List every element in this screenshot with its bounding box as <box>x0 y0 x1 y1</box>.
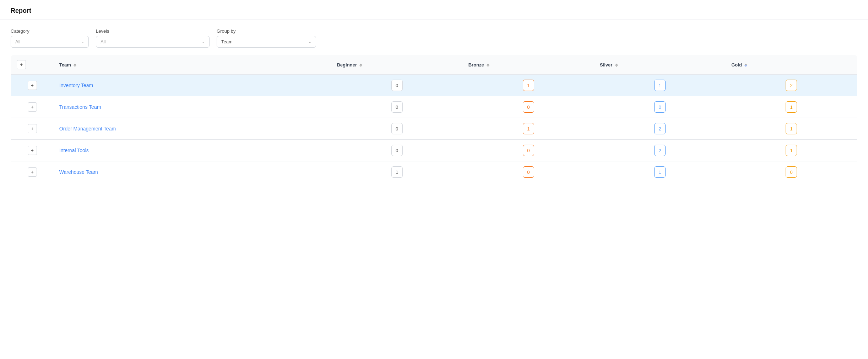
page-container: Report Category All ⌄ Levels All ⌄ Group… <box>0 0 868 359</box>
beginner-badge: 1 <box>391 166 403 178</box>
silver-sort-icon[interactable] <box>615 64 618 67</box>
expand-cell: + <box>11 118 54 140</box>
silver-cell: 0 <box>594 96 726 118</box>
page-title: Report <box>11 7 31 14</box>
th-beginner: Beginner <box>331 55 462 75</box>
expand-cell: + <box>11 96 54 118</box>
team-link[interactable]: Inventory Team <box>59 82 93 88</box>
th-gold: Gold <box>726 55 857 75</box>
header-expand-button[interactable]: + <box>17 60 26 69</box>
th-expand: + <box>11 55 54 75</box>
bronze-cell: 0 <box>463 140 594 161</box>
gold-badge: 2 <box>786 80 797 91</box>
beginner-badge: 0 <box>391 145 403 156</box>
page-header: Report <box>0 0 868 20</box>
table-row: +Order Management Team0121 <box>11 118 857 140</box>
bronze-sort-icon[interactable] <box>487 64 489 67</box>
team-link[interactable]: Order Management Team <box>59 126 116 132</box>
gold-badge: 1 <box>786 145 797 156</box>
silver-cell: 1 <box>594 161 726 183</box>
table-row: +Internal Tools0021 <box>11 140 857 161</box>
gold-cell: 0 <box>726 161 857 183</box>
gold-cell: 1 <box>726 96 857 118</box>
row-expand-button[interactable]: + <box>28 167 37 177</box>
category-value: All <box>15 39 20 44</box>
row-expand-button[interactable]: + <box>28 124 37 133</box>
gold-cell: 1 <box>726 118 857 140</box>
row-expand-button[interactable]: + <box>28 81 37 90</box>
beginner-cell: 0 <box>331 118 462 140</box>
gold-badge: 1 <box>786 101 797 113</box>
table-row: +Inventory Team0112 <box>11 75 857 96</box>
beginner-cell: 0 <box>331 96 462 118</box>
expand-cell: + <box>11 140 54 161</box>
table-row: +Warehouse Team1010 <box>11 161 857 183</box>
beginner-sort-icon[interactable] <box>359 64 362 67</box>
team-cell: Warehouse Team <box>54 161 331 183</box>
bronze-cell: 0 <box>463 161 594 183</box>
beginner-badge: 0 <box>391 101 403 113</box>
bronze-badge: 1 <box>523 80 534 91</box>
silver-cell: 1 <box>594 75 726 96</box>
filters-row: Category All ⌄ Levels All ⌄ Group by Tea… <box>0 20 868 55</box>
team-link[interactable]: Transactions Team <box>59 104 101 110</box>
gold-cell: 1 <box>726 140 857 161</box>
silver-cell: 2 <box>594 140 726 161</box>
table-row: +Transactions Team0001 <box>11 96 857 118</box>
bronze-badge: 0 <box>523 101 534 113</box>
bronze-badge: 0 <box>523 145 534 156</box>
group-by-label: Group by <box>217 28 316 34</box>
th-bronze: Bronze <box>463 55 594 75</box>
gold-badge: 1 <box>786 123 797 134</box>
silver-cell: 2 <box>594 118 726 140</box>
team-cell: Inventory Team <box>54 75 331 96</box>
gold-badge: 0 <box>786 166 797 178</box>
category-chevron-icon: ⌄ <box>81 39 84 44</box>
group-by-chevron-icon: ⌄ <box>308 39 311 44</box>
levels-chevron-icon: ⌄ <box>202 39 205 44</box>
group-by-filter-group: Group by Team ⌄ <box>217 28 316 48</box>
row-expand-button[interactable]: + <box>28 146 37 155</box>
bronze-cell: 0 <box>463 96 594 118</box>
table-body: +Inventory Team0112+Transactions Team000… <box>11 75 857 183</box>
table-header: + Team Beginner <box>11 55 857 75</box>
group-by-select[interactable]: Team ⌄ <box>217 36 316 48</box>
expand-cell: + <box>11 161 54 183</box>
row-expand-button[interactable]: + <box>28 102 37 112</box>
levels-label: Levels <box>96 28 210 34</box>
th-silver: Silver <box>594 55 726 75</box>
bronze-cell: 1 <box>463 118 594 140</box>
bronze-badge: 1 <box>523 123 534 134</box>
levels-filter-group: Levels All ⌄ <box>96 28 210 48</box>
silver-badge: 0 <box>654 101 666 113</box>
bronze-badge: 0 <box>523 166 534 178</box>
category-select[interactable]: All ⌄ <box>11 36 89 48</box>
gold-cell: 2 <box>726 75 857 96</box>
team-link[interactable]: Warehouse Team <box>59 169 98 175</box>
team-cell: Internal Tools <box>54 140 331 161</box>
th-team: Team <box>54 55 331 75</box>
team-cell: Transactions Team <box>54 96 331 118</box>
group-by-value: Team <box>221 39 233 44</box>
category-filter-group: Category All ⌄ <box>11 28 89 48</box>
team-sort-icon[interactable] <box>74 64 76 67</box>
beginner-cell: 0 <box>331 75 462 96</box>
team-cell: Order Management Team <box>54 118 331 140</box>
bronze-cell: 1 <box>463 75 594 96</box>
levels-select[interactable]: All ⌄ <box>96 36 210 48</box>
silver-badge: 2 <box>654 145 666 156</box>
silver-badge: 1 <box>654 166 666 178</box>
levels-value: All <box>101 39 105 44</box>
gold-sort-icon[interactable] <box>744 64 747 67</box>
report-table: + Team Beginner <box>11 55 857 183</box>
category-label: Category <box>11 28 89 34</box>
beginner-badge: 0 <box>391 123 403 134</box>
silver-badge: 1 <box>654 80 666 91</box>
table-container: + Team Beginner <box>0 55 868 194</box>
expand-cell: + <box>11 75 54 96</box>
team-link[interactable]: Internal Tools <box>59 148 89 153</box>
beginner-cell: 1 <box>331 161 462 183</box>
beginner-badge: 0 <box>391 80 403 91</box>
beginner-cell: 0 <box>331 140 462 161</box>
silver-badge: 2 <box>654 123 666 134</box>
